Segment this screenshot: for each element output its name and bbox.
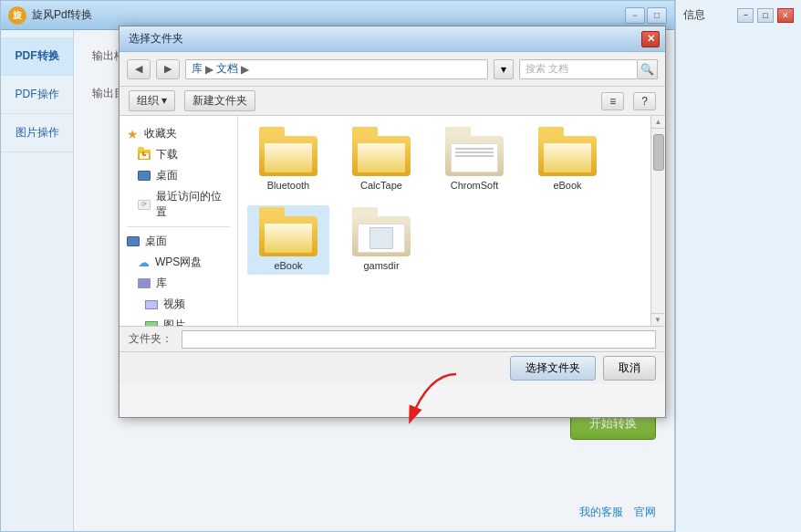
favorites-label: 收藏夹 <box>144 126 177 141</box>
dialog-files: Bluetooth CalcTape <box>238 116 650 326</box>
folder-icon-calctape <box>352 129 411 176</box>
rp-close-btn[interactable]: ✕ <box>777 8 794 23</box>
file-label-chromsoft: ChromSoft <box>451 180 499 191</box>
sidebar-favorites-header: ★ 收藏夹 <box>120 123 237 144</box>
rp-minimize-btn[interactable]: － <box>737 8 754 23</box>
sidebar-download-label: 下载 <box>156 147 178 162</box>
folder-icon-ebook2 <box>259 209 317 256</box>
dialog-titlebar: 选择文件夹 ✕ <box>120 26 665 52</box>
dialog-body: ★ 收藏夹 下载 桌面 ⟳ 最近访问的位置 <box>120 116 665 326</box>
app-title: 旋风Pdf转换 <box>32 7 625 23</box>
dialog-title: 选择文件夹 <box>125 31 641 47</box>
path-segment-1[interactable]: 库 <box>192 61 203 77</box>
path-bar: 库 ▶ 文档 ▶ <box>185 59 488 79</box>
folder-icon-gamsdir <box>352 209 411 256</box>
filename-label: 文件夹： <box>129 331 174 347</box>
file-label-bluetooth: Bluetooth <box>267 180 309 191</box>
scrollbar-down-btn[interactable]: ▼ <box>651 313 664 326</box>
file-label-gamsdir: gamsdir <box>363 260 399 271</box>
path-dropdown-btn[interactable]: ▾ <box>494 59 514 79</box>
sidebar-video-label: 视频 <box>163 297 185 312</box>
scrollbar-thumb[interactable] <box>653 134 664 171</box>
file-label-calctape: CalcTape <box>360 180 402 191</box>
view-btn[interactable]: ≡ <box>601 92 624 110</box>
dialog-filename-row: 文件夹： <box>120 326 665 351</box>
nav-forward-btn[interactable]: ▶ <box>156 59 180 79</box>
dialog-action-bar: 组织 ▾ 新建文件夹 ≡ ? <box>120 87 665 116</box>
sidebar-desktop2-label: 桌面 <box>145 234 167 249</box>
sidebar-divider-1 <box>127 226 230 227</box>
path-segment-2[interactable]: 文档 <box>216 61 238 77</box>
dialog-scrollbar[interactable]: ▲ ▼ <box>650 116 665 326</box>
file-item-chromsoft[interactable]: ChromSoft <box>433 125 515 194</box>
sidebar-library-label: 库 <box>156 276 167 291</box>
file-item-gamsdir[interactable]: gamsdir <box>340 205 422 275</box>
file-item-ebook2[interactable]: eBook <box>247 205 329 275</box>
app-logo-text: 旋 <box>13 9 22 22</box>
official-site-link[interactable]: 官网 <box>634 505 656 520</box>
app-logo: 旋 <box>8 6 26 25</box>
app-sidebar: PDF转换 PDF操作 图片操作 <box>1 30 74 531</box>
search-btn[interactable]: 🔍 <box>638 59 658 79</box>
app-maximize-btn[interactable]: □ <box>647 7 667 24</box>
file-label-ebook1: eBook <box>553 180 581 191</box>
sidebar-wps-label: WPS网盘 <box>155 255 202 270</box>
sidebar-item-wps[interactable]: ☁ WPS网盘 <box>120 252 237 273</box>
file-item-ebook1[interactable]: eBook <box>526 125 609 194</box>
sidebar-item-library[interactable]: 库 <box>120 273 237 294</box>
path-sep-1: ▶ <box>205 63 213 76</box>
sidebar-pictures-label: 图片 <box>163 318 185 326</box>
dialog-close-btn[interactable]: ✕ <box>641 31 660 47</box>
folder-icon-chromsoft <box>445 129 504 176</box>
nav-back-btn[interactable]: ◀ <box>127 59 151 79</box>
help-btn[interactable]: ? <box>633 92 656 110</box>
app-window-controls: － □ <box>625 7 667 24</box>
organize-btn[interactable]: 组织 ▾ <box>129 90 175 111</box>
file-item-bluetooth[interactable]: Bluetooth <box>247 125 329 194</box>
dialog-toolbar: ◀ ▶ 库 ▶ 文档 ▶ ▾ 搜索 文档 🔍 <box>120 52 665 87</box>
sidebar-item-pictures[interactable]: 图片 <box>120 315 237 326</box>
sidebar-tab-pdf-ops[interactable]: PDF操作 <box>1 76 73 114</box>
folder-icon-bluetooth <box>259 129 317 176</box>
filename-input[interactable] <box>182 330 656 349</box>
service-links: 我的客服 官网 <box>579 505 656 520</box>
sidebar-item-download[interactable]: 下载 <box>120 144 237 165</box>
search-input[interactable]: 搜索 文档 <box>519 59 638 79</box>
file-label-ebook2: eBook <box>274 260 302 271</box>
sidebar-desktop-section: 桌面 <box>120 231 237 252</box>
right-panel-controls: － □ ✕ <box>737 8 794 23</box>
cloud-icon: ☁ <box>138 256 150 269</box>
my-service-link[interactable]: 我的客服 <box>579 505 623 520</box>
star-icon: ★ <box>127 127 139 141</box>
sidebar-item-desktop[interactable]: 桌面 <box>120 165 237 186</box>
sidebar-desktop-label: 桌面 <box>156 168 178 183</box>
folder-icon-ebook1 <box>538 129 597 176</box>
path-sep-2: ▶ <box>241 63 249 76</box>
sidebar-item-recent[interactable]: ⟳ 最近访问的位置 <box>120 186 237 223</box>
sidebar-tab-image-ops[interactable]: 图片操作 <box>1 114 73 152</box>
dialog-sidebar: ★ 收藏夹 下载 桌面 ⟳ 最近访问的位置 <box>120 116 238 326</box>
right-panel: 信息 － □ ✕ <box>675 0 801 532</box>
search-area: 搜索 文档 🔍 <box>519 59 658 79</box>
search-placeholder: 搜索 文档 <box>525 62 568 76</box>
cancel-btn[interactable]: 取消 <box>603 356 656 381</box>
sidebar-item-video[interactable]: 视频 <box>120 294 237 315</box>
sidebar-recent-label: 最近访问的位置 <box>156 189 230 220</box>
app-minimize-btn[interactable]: － <box>625 7 645 24</box>
select-folder-btn[interactable]: 选择文件夹 <box>510 356 596 381</box>
file-dialog: 选择文件夹 ✕ ◀ ▶ 库 ▶ 文档 ▶ ▾ 搜索 文档 🔍 组织 ▾ 新建文件… <box>119 26 666 418</box>
rp-maximize-btn[interactable]: □ <box>757 8 774 23</box>
right-panel-title: 信息 <box>683 7 705 23</box>
file-item-calctape[interactable]: CalcTape <box>340 125 422 194</box>
sidebar-tab-pdf-convert[interactable]: PDF转换 <box>1 37 73 76</box>
new-folder-btn[interactable]: 新建文件夹 <box>184 90 255 111</box>
dialog-btn-row: 选择文件夹 取消 <box>120 351 665 384</box>
scrollbar-up-btn[interactable]: ▲ <box>651 116 665 129</box>
